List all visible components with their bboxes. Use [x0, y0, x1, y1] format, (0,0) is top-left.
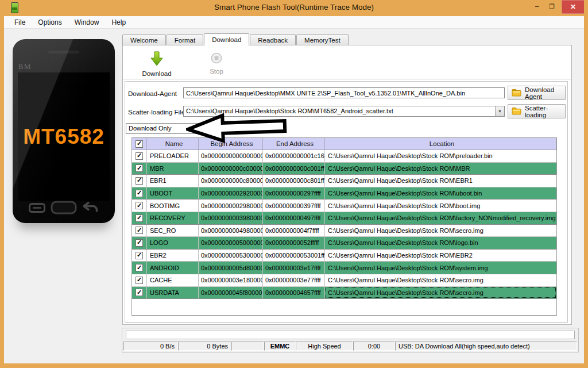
cell-end-address: 0x00000000053001ff [263, 250, 325, 262]
cell-partition-name: MBR [147, 163, 199, 175]
tab-readback[interactable]: Readback [250, 34, 296, 45]
menu-file[interactable]: File [8, 17, 32, 28]
cell-location[interactable]: C:\Users\Qamrul Haque\Desktop\Stock ROM\… [325, 212, 556, 224]
cell-end-address: 0x00000000052fffff [263, 237, 325, 249]
table-row[interactable]: ✓MBR0x0000000000c000000x0000000000c001ff… [132, 163, 556, 175]
toolbar: Download Stop [123, 45, 571, 79]
chevron-down-icon[interactable]: ▼ [495, 106, 504, 116]
window-controls: – ❐ ✕ [529, 0, 588, 14]
content: BM MT6582 [4, 29, 584, 363]
window-title: Smart Phone Flash Tool(Runtime Trace Mod… [0, 3, 588, 12]
status-usb-info: USB: DA Download All(high speed,auto det… [395, 342, 577, 351]
back-icon [82, 202, 99, 216]
cell-location[interactable]: C:\Users\Qamrul Haque\Desktop\Stock ROM\… [325, 274, 556, 286]
cell-location[interactable]: C:\Users\Qamrul Haque\Desktop\Stock ROM\… [325, 150, 556, 162]
table-row[interactable]: ✓ANDROID0x0000000005d800000x000000003e17… [132, 262, 556, 274]
status-bar: 0 B/s 0 Bytes EMMC High Speed 0:00 USB: … [123, 342, 577, 351]
tab-strip: Welcome Format Download Readback MemoryT… [122, 33, 349, 45]
cell-begin-address: 0x0000000000000000 [199, 150, 263, 162]
cell-location[interactable]: C:\Users\Qamrul Haque\Desktop\Stock ROM\… [325, 237, 556, 249]
close-button[interactable]: ✕ [562, 0, 585, 14]
cell-partition-name: USRDATA [147, 287, 199, 299]
minimize-button[interactable]: – [529, 0, 544, 13]
stop-icon [211, 52, 222, 66]
row-checkbox[interactable]: ✓ [132, 225, 147, 237]
menu-options[interactable]: Options [32, 17, 68, 28]
phone-speaker [48, 51, 79, 53]
stop-button[interactable]: Stop [192, 52, 241, 75]
table-row[interactable]: ✓SEC_RO0x00000000049800000x0000000004f7f… [132, 225, 556, 237]
tab-memorytest[interactable]: MemoryTest [296, 34, 349, 45]
menu-help[interactable]: Help [105, 17, 132, 28]
cell-end-address: 0x0000000004f7ffff [263, 225, 325, 237]
download-agent-input[interactable] [183, 87, 505, 98]
cell-end-address: 0x000000000497ffff [263, 212, 325, 224]
titlebar: Smart Phone Flash Tool(Runtime Trace Mod… [0, 0, 588, 16]
table-row[interactable]: ✓LOGO0x00000000050000000x00000000052ffff… [132, 237, 556, 250]
cell-location[interactable]: C:\Users\Qamrul Haque\Desktop\Stock ROM\… [325, 262, 556, 274]
stop-button-label: Stop [210, 68, 223, 75]
download-button[interactable]: Download [132, 51, 181, 77]
row-checkbox[interactable]: ✓ [132, 150, 147, 162]
cell-begin-address: 0x0000000002980000 [199, 200, 263, 212]
cell-location[interactable]: C:\Users\Qamrul Haque\Desktop\Stock ROM\… [325, 175, 556, 187]
scatter-loading-button-label: Scatter-loading [525, 105, 562, 118]
cell-end-address: 0x000000000297ffff [263, 187, 325, 200]
cell-location[interactable]: C:\Users\Qamrul Haque\Desktop\Stock ROM\… [325, 250, 556, 262]
table-row[interactable]: ✓EBR20x00000000053000000x00000000053001f… [132, 250, 556, 262]
select-all-checkbox[interactable]: ✓ [132, 138, 147, 150]
table-row[interactable]: ✓EBR10x0000000000c800000x0000000000c801f… [132, 175, 556, 187]
row-checkbox[interactable]: ✓ [132, 200, 147, 212]
table-row[interactable]: ✓USRDATA0x0000000045f800000x000000004657… [132, 287, 556, 300]
row-checkbox[interactable]: ✓ [132, 274, 147, 286]
download-agent-button[interactable]: Download Agent [508, 86, 566, 100]
menu-window[interactable]: Window [68, 17, 106, 28]
download-button-label: Download [142, 70, 171, 77]
row-checkbox[interactable]: ✓ [132, 262, 147, 274]
status-blank [231, 342, 264, 351]
row-checkbox[interactable]: ✓ [132, 163, 147, 175]
cell-end-address: 0x000000003e77ffff [263, 274, 325, 286]
status-elapsed-time: 0:00 [353, 342, 395, 351]
table-row[interactable]: ✓PRELOADER0x00000000000000000x0000000000… [132, 150, 556, 163]
row-checkbox[interactable]: ✓ [132, 212, 147, 224]
tab-format[interactable]: Format [167, 34, 203, 45]
status-speed: 0 B/s [123, 342, 178, 351]
table-row[interactable]: ✓CACHE0x000000003e1800000x000000003e77ff… [132, 274, 556, 287]
row-checkbox[interactable]: ✓ [132, 187, 147, 200]
cell-partition-name: ANDROID [147, 262, 199, 274]
row-checkbox[interactable]: ✓ [132, 287, 147, 299]
table-row[interactable]: ✓RECOVERY0x00000000039800000x00000000049… [132, 212, 556, 225]
cell-location[interactable]: C:\Users\Qamrul Haque\Desktop\Stock ROM\… [325, 187, 556, 200]
row-checkbox[interactable]: ✓ [132, 237, 147, 249]
cell-begin-address: 0x0000000045f80000 [199, 287, 263, 299]
scatter-loading-button[interactable]: Scatter-loading [508, 104, 566, 118]
phone-screen: MT6582 [18, 72, 110, 201]
partition-table: ✓ Name Begin Address End Address Locatio… [131, 137, 557, 316]
cell-end-address: 0x0000000000c001ff [263, 163, 325, 175]
table-row[interactable]: ✓UBOOT0x00000000029200000x000000000297ff… [132, 187, 556, 200]
cell-location[interactable]: C:\Users\Qamrul Haque\Desktop\Stock ROM\… [325, 287, 556, 299]
row-checkbox[interactable]: ✓ [132, 250, 147, 262]
header-location[interactable]: Location [325, 138, 556, 150]
phone-nav-buttons [13, 201, 115, 216]
cell-partition-name: EBR2 [147, 250, 199, 262]
cell-begin-address: 0x0000000004980000 [199, 225, 263, 237]
tab-download[interactable]: Download [204, 33, 249, 45]
cell-partition-name: EBR1 [147, 175, 199, 187]
tab-welcome[interactable]: Welcome [122, 34, 166, 45]
cell-partition-name: CACHE [147, 274, 199, 286]
cell-end-address: 0x000000004657ffff [263, 287, 325, 299]
cell-location[interactable]: C:\Users\Qamrul Haque\Desktop\Stock ROM\… [325, 200, 556, 212]
cell-begin-address: 0x0000000000c80000 [199, 175, 263, 187]
download-agent-button-label: Download Agent [525, 86, 562, 100]
download-icon [150, 51, 163, 68]
cell-location[interactable]: C:\Users\Qamrul Haque\Desktop\Stock ROM\… [325, 163, 556, 175]
maximize-button[interactable]: ❐ [544, 0, 559, 13]
cell-location[interactable]: C:\Users\Qamrul Haque\Desktop\Stock ROM\… [325, 225, 556, 237]
row-checkbox[interactable]: ✓ [132, 175, 147, 187]
table-row[interactable]: ✓BOOTIMG0x00000000029800000x000000000397… [132, 200, 556, 212]
cell-partition-name: LOGO [147, 237, 199, 249]
progress-bar [126, 331, 575, 339]
status-bytes: 0 Bytes [178, 342, 231, 351]
